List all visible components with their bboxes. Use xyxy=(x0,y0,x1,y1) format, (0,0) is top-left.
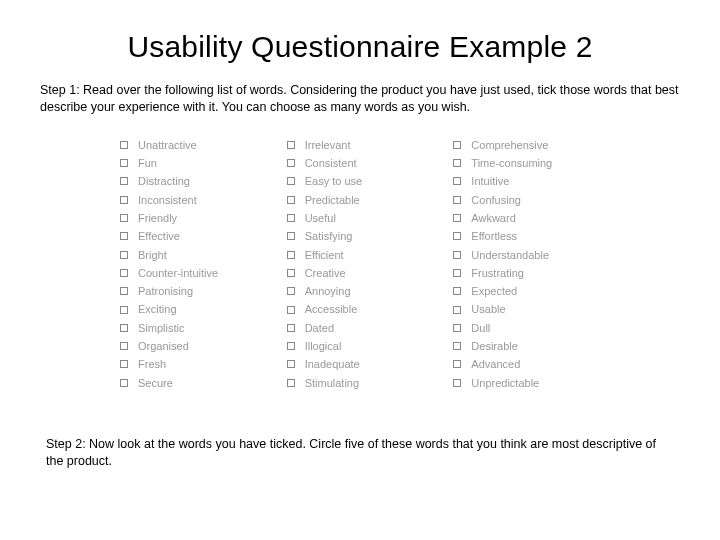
word-item: Confusing xyxy=(453,193,620,207)
word-label: Usable xyxy=(471,302,505,316)
checkbox-icon[interactable] xyxy=(120,232,128,240)
word-item: Awkward xyxy=(453,211,620,225)
checkbox-icon[interactable] xyxy=(287,159,295,167)
checkbox-icon[interactable] xyxy=(120,196,128,204)
column-3: ComprehensiveTime-consumingIntuitiveConf… xyxy=(453,138,620,390)
word-label: Fun xyxy=(138,156,157,170)
checkbox-icon[interactable] xyxy=(453,269,461,277)
checkbox-icon[interactable] xyxy=(120,269,128,277)
word-item: Organised xyxy=(120,339,287,353)
word-label: Creative xyxy=(305,266,346,280)
word-label: Expected xyxy=(471,284,517,298)
checkbox-icon[interactable] xyxy=(120,379,128,387)
word-label: Illogical xyxy=(305,339,342,353)
checkbox-icon[interactable] xyxy=(287,306,295,314)
word-item: Exciting xyxy=(120,302,287,316)
checkbox-icon[interactable] xyxy=(120,306,128,314)
word-label: Predictable xyxy=(305,193,360,207)
checkbox-icon[interactable] xyxy=(120,287,128,295)
word-item: Consistent xyxy=(287,156,454,170)
page-title: Usability Questionnaire Example 2 xyxy=(40,30,680,64)
word-item: Inadequate xyxy=(287,357,454,371)
checkbox-icon[interactable] xyxy=(453,306,461,314)
word-label: Irrelevant xyxy=(305,138,351,152)
word-label: Accessible xyxy=(305,302,358,316)
word-label: Intuitive xyxy=(471,174,509,188)
word-item: Satisfying xyxy=(287,229,454,243)
checkbox-icon[interactable] xyxy=(287,269,295,277)
word-label: Secure xyxy=(138,376,173,390)
word-item: Comprehensive xyxy=(453,138,620,152)
word-label: Simplistic xyxy=(138,321,184,335)
word-item: Fun xyxy=(120,156,287,170)
word-label: Organised xyxy=(138,339,189,353)
word-item: Friendly xyxy=(120,211,287,225)
word-item: Unattractive xyxy=(120,138,287,152)
checkbox-icon[interactable] xyxy=(453,324,461,332)
word-label: Unattractive xyxy=(138,138,197,152)
word-item: Efficient xyxy=(287,248,454,262)
word-item: Fresh xyxy=(120,357,287,371)
checkbox-icon[interactable] xyxy=(453,379,461,387)
word-item: Irrelevant xyxy=(287,138,454,152)
checkbox-icon[interactable] xyxy=(453,360,461,368)
word-item: Bright xyxy=(120,248,287,262)
word-item: Inconsistent xyxy=(120,193,287,207)
checkbox-icon[interactable] xyxy=(120,342,128,350)
checkbox-icon[interactable] xyxy=(287,232,295,240)
word-label: Useful xyxy=(305,211,336,225)
word-label: Unpredictable xyxy=(471,376,539,390)
checkbox-icon[interactable] xyxy=(287,379,295,387)
word-item: Dated xyxy=(287,321,454,335)
word-item: Predictable xyxy=(287,193,454,207)
word-item: Accessible xyxy=(287,302,454,316)
word-label: Time-consuming xyxy=(471,156,552,170)
word-label: Friendly xyxy=(138,211,177,225)
checkbox-icon[interactable] xyxy=(287,360,295,368)
checkbox-icon[interactable] xyxy=(453,251,461,259)
checkbox-icon[interactable] xyxy=(453,232,461,240)
word-item: Intuitive xyxy=(453,174,620,188)
checkbox-icon[interactable] xyxy=(453,159,461,167)
checkbox-icon[interactable] xyxy=(453,214,461,222)
checkbox-icon[interactable] xyxy=(287,324,295,332)
word-item: Secure xyxy=(120,376,287,390)
word-item: Simplistic xyxy=(120,321,287,335)
checkbox-icon[interactable] xyxy=(453,287,461,295)
checkbox-icon[interactable] xyxy=(287,141,295,149)
word-label: Effortless xyxy=(471,229,517,243)
checkbox-icon[interactable] xyxy=(120,360,128,368)
word-item: Usable xyxy=(453,302,620,316)
checkbox-icon[interactable] xyxy=(287,214,295,222)
word-label: Awkward xyxy=(471,211,515,225)
word-item: Stimulating xyxy=(287,376,454,390)
word-item: Effective xyxy=(120,229,287,243)
word-label: Confusing xyxy=(471,193,521,207)
checkbox-icon[interactable] xyxy=(120,177,128,185)
word-label: Comprehensive xyxy=(471,138,548,152)
checkbox-icon[interactable] xyxy=(120,141,128,149)
checkbox-icon[interactable] xyxy=(287,251,295,259)
checkbox-icon[interactable] xyxy=(453,177,461,185)
checkbox-icon[interactable] xyxy=(287,196,295,204)
checkbox-icon[interactable] xyxy=(453,196,461,204)
checkbox-icon[interactable] xyxy=(120,214,128,222)
word-label: Easy to use xyxy=(305,174,362,188)
checkbox-icon[interactable] xyxy=(287,287,295,295)
checkbox-icon[interactable] xyxy=(120,324,128,332)
checkbox-icon[interactable] xyxy=(120,251,128,259)
step2-instructions: Step 2: Now look at the words you have t… xyxy=(40,436,680,470)
word-label: Frustrating xyxy=(471,266,524,280)
checkbox-icon[interactable] xyxy=(120,159,128,167)
word-item: Useful xyxy=(287,211,454,225)
word-item: Understandable xyxy=(453,248,620,262)
checkbox-icon[interactable] xyxy=(453,141,461,149)
checkbox-icon[interactable] xyxy=(287,177,295,185)
word-label: Fresh xyxy=(138,357,166,371)
word-item: Creative xyxy=(287,266,454,280)
checkbox-icon[interactable] xyxy=(287,342,295,350)
word-label: Consistent xyxy=(305,156,357,170)
checkbox-icon[interactable] xyxy=(453,342,461,350)
word-label: Advanced xyxy=(471,357,520,371)
word-label: Bright xyxy=(138,248,167,262)
